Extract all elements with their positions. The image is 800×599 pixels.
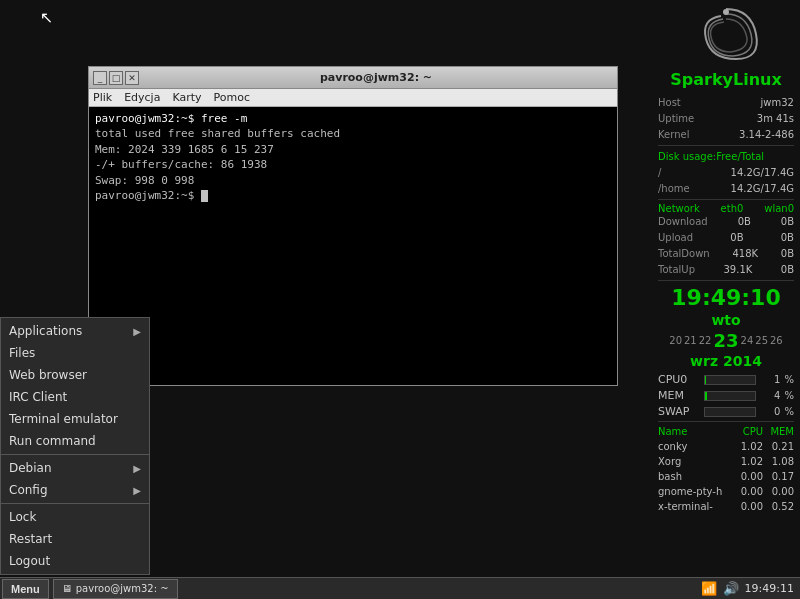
menu-arrow-debian: ▶ <box>133 463 141 474</box>
conky-cal-next1: 24 <box>741 335 754 346</box>
conky-mem-label: MEM <box>658 389 700 402</box>
menu-item-logout[interactable]: Logout <box>1 550 149 572</box>
proc-cpu-1: 1.02 <box>731 454 763 469</box>
conky-host-value: jwm32 <box>761 95 794 110</box>
proc-cpu-0: 1.02 <box>731 439 763 454</box>
conky-download-value2: 0B <box>781 214 794 229</box>
desktop: ↖ _ □ ✕ pavroo@jwm32: ~ Plik Edycja Kart… <box>0 0 800 599</box>
menu-item-run[interactable]: Run command <box>1 430 149 452</box>
conky-proc-header-cpu: CPU <box>731 426 763 437</box>
conky-divider-4 <box>658 421 794 422</box>
conky-cpu0-pct: 1 <box>760 374 780 385</box>
terminal-content: pavroo@jwm32:~$ free -m total used free … <box>89 107 617 385</box>
terminal-menu-karty[interactable]: Karty <box>172 91 201 104</box>
terminal-prompt-line: pavroo@jwm32:~$ <box>95 188 611 203</box>
conky-disk-label: Disk usage:Free/Total <box>658 149 764 164</box>
terminal-mem-row: Mem: 2024 339 1685 6 15 237 <box>95 142 611 157</box>
conky-totalup-value1: 39.1K <box>723 262 752 277</box>
terminal-cursor <box>201 190 208 202</box>
menu-item-terminal[interactable]: Terminal emulator <box>1 408 149 430</box>
conky-cpu0-bar-fill <box>705 376 706 384</box>
conky-cal-today: 23 <box>713 330 738 351</box>
taskbar-start-button[interactable]: Menu <box>2 579 49 599</box>
proc-cpu-3: 0.00 <box>731 484 763 499</box>
conky-process-row: x-terminal- 0.00 0.52 <box>658 499 794 514</box>
taskbar: Menu 🖥 pavroo@jwm32: ~ 📶 🔊 19:49:11 <box>0 577 800 599</box>
terminal-menu-edycja[interactable]: Edycja <box>124 91 160 104</box>
terminal-minimize-button[interactable]: _ <box>93 71 107 85</box>
conky-disk-root-label: / <box>658 165 661 180</box>
conky-upload-label: Upload <box>658 230 693 245</box>
taskbar-window-label: pavroo@jwm32: ~ <box>76 583 169 594</box>
menu-item-webbrowser[interactable]: Web browser <box>1 364 149 386</box>
conky-widget: SparkyLinux Host jwm32 Uptime 3m 41s Ker… <box>652 0 800 480</box>
menu-item-config[interactable]: Config ▶ <box>1 479 149 501</box>
svg-point-0 <box>723 9 729 15</box>
conky-disk-home-value: 14.2G/17.4G <box>731 181 794 196</box>
menu-item-files[interactable]: Files <box>1 342 149 364</box>
menu-item-lock[interactable]: Lock <box>1 506 149 528</box>
terminal-window-controls: _ □ ✕ <box>93 71 139 85</box>
conky-mem-bar-fill <box>705 392 707 400</box>
terminal-close-button[interactable]: ✕ <box>125 71 139 85</box>
conky-uptime-label: Uptime <box>658 111 694 126</box>
conky-network-wlan0: wlan0 <box>764 203 794 214</box>
taskbar-network-icon: 📶 <box>701 581 717 596</box>
conky-totalup-value2: 0B <box>781 262 794 277</box>
conky-mem-symbol: % <box>784 390 794 401</box>
proc-mem-1: 1.08 <box>766 454 794 469</box>
menu-arrow-applications: ▶ <box>133 326 141 337</box>
terminal-swap-row: Swap: 998 0 998 <box>95 173 611 188</box>
terminal-maximize-button[interactable]: □ <box>109 71 123 85</box>
terminal-menu-pomoc[interactable]: Pomoc <box>214 91 250 104</box>
start-menu: Applications ▶ Files Web browser IRC Cli… <box>0 317 150 575</box>
conky-network-header-row: Network eth0 wlan0 <box>658 203 794 214</box>
conky-totaldown-label: TotalDown <box>658 246 710 261</box>
terminal-titlebar: _ □ ✕ pavroo@jwm32: ~ <box>89 67 617 89</box>
conky-month-year: wrz 2014 <box>658 353 794 369</box>
conky-download-label: Download <box>658 214 708 229</box>
conky-swap-bar-row: SWAP 0 % <box>658 405 794 418</box>
conky-host-label: Host <box>658 95 681 110</box>
conky-kernel-value: 3.14-2-486 <box>739 127 794 142</box>
conky-upload-row: Upload 0B 0B <box>658 230 794 245</box>
conky-upload-value1: 0B <box>730 230 743 245</box>
menu-item-debian[interactable]: Debian ▶ <box>1 457 149 479</box>
conky-cpu0-label: CPU0 <box>658 373 700 386</box>
conky-cpu0-symbol: % <box>784 374 794 385</box>
conky-process-list: conky 1.02 0.21 Xorg 1.02 1.08 bash 0.00… <box>658 439 794 514</box>
conky-cal-prev2: 21 <box>684 335 697 346</box>
menu-separator-1 <box>1 454 149 455</box>
conky-process-row: bash 0.00 0.17 <box>658 469 794 484</box>
conky-process-row: Xorg 1.02 1.08 <box>658 454 794 469</box>
sparkylinux-logo-svg <box>691 4 761 64</box>
sparkylinux-logo <box>658 4 794 66</box>
conky-cpu0-bar-row: CPU0 1 % <box>658 373 794 386</box>
conky-upload-value2: 0B <box>781 230 794 245</box>
conky-divider-2 <box>658 199 794 200</box>
menu-item-irc[interactable]: IRC Client <box>1 386 149 408</box>
menu-item-applications[interactable]: Applications ▶ <box>1 320 149 342</box>
terminal-window: _ □ ✕ pavroo@jwm32: ~ Plik Edycja Karty … <box>88 66 618 386</box>
taskbar-clock: 19:49:11 <box>745 582 794 595</box>
conky-kernel-row: Kernel 3.14-2-486 <box>658 127 794 142</box>
proc-name-2: bash <box>658 469 728 484</box>
terminal-menubar: Plik Edycja Karty Pomoc <box>89 89 617 107</box>
cursor: ↖ <box>40 8 52 24</box>
conky-host-row: Host jwm32 <box>658 95 794 110</box>
conky-uptime-value: 3m 41s <box>757 111 794 126</box>
menu-item-restart[interactable]: Restart <box>1 528 149 550</box>
conky-totalup-label: TotalUp <box>658 262 695 277</box>
terminal-menu-plik[interactable]: Plik <box>93 91 112 104</box>
conky-disk-home-label: /home <box>658 181 690 196</box>
taskbar-window-button[interactable]: 🖥 pavroo@jwm32: ~ <box>53 579 178 599</box>
conky-disk-root-value: 14.2G/17.4G <box>731 165 794 180</box>
conky-mem-bar-track <box>704 391 756 401</box>
conky-cal-next3: 26 <box>770 335 783 346</box>
conky-uptime-row: Uptime 3m 41s <box>658 111 794 126</box>
conky-cpu0-bar-track <box>704 375 756 385</box>
menu-separator-2 <box>1 503 149 504</box>
conky-cal-prev3: 22 <box>699 335 712 346</box>
proc-name-4: x-terminal- <box>658 499 728 514</box>
conky-process-header: Name CPU MEM <box>658 426 794 437</box>
